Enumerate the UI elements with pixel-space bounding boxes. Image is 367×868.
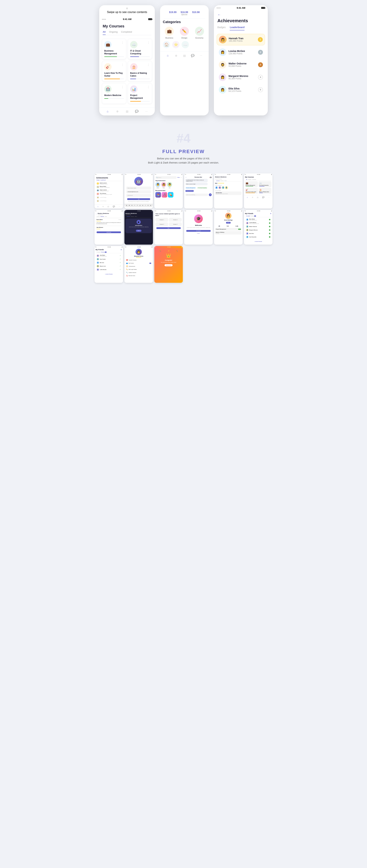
search-input[interactable]: 🔍 Search...: [156, 176, 176, 179]
category-business[interactable]: 💼 Business: [163, 27, 176, 39]
course-more-icon[interactable]: ⋮: [147, 85, 150, 89]
nav-chat-icon-2[interactable]: 💬: [191, 54, 195, 58]
nimasha-avatar: 👩: [136, 249, 142, 255]
add-icon[interactable]: ✓: [120, 255, 121, 256]
course-card[interactable]: 💼 ⋮ Business Management: [102, 39, 126, 59]
leader-avatar-3: 🧔: [219, 61, 226, 69]
chat-input[interactable]: Ask me something...: [185, 193, 208, 196]
leader-rank-1: 1: [258, 37, 263, 42]
answer-1[interactable]: Answer 1: [156, 218, 168, 222]
preview-modern-medicine: ••••9:41 AM▮ Modern Medicine ⋮ Louisa Mc…: [214, 174, 243, 209]
answer-3[interactable]: Answer 3: [156, 222, 168, 226]
menu-achievements[interactable]: 🏆 Achievements: [125, 265, 152, 268]
course-tabs: All Ongoing Completed: [103, 31, 151, 35]
nav-home-icon-2[interactable]: ⌂: [166, 54, 170, 58]
checkmark-icon: [269, 233, 271, 234]
bottom-nav-2: ⌂ ⊕ ▤ 💬 ···: [160, 51, 209, 60]
preview-congrats: ••••9:41 AM▮ 🎊 ✨ 🎉 👑 Congrats! You achie…: [154, 246, 183, 283]
categories-phone: $19.99 $16.99 $20.99 $10.98 Categories 💼…: [160, 5, 209, 116]
join-button[interactable]: Join: [127, 198, 150, 200]
nav-more-icon[interactable]: ···: [145, 110, 148, 113]
menu-edit-login[interactable]: ✏️ Edit Login Details: [125, 268, 152, 271]
get-started-button[interactable]: Get Started: [186, 230, 210, 232]
send-button[interactable]: ➤: [209, 193, 211, 196]
login-link[interactable]: Log in: [185, 233, 211, 234]
course-more-icon[interactable]: ⋮: [147, 41, 150, 44]
next-button[interactable]: Next: [157, 227, 181, 229]
preview-friends-accepted: ••••9:41 AM▮ My Friends ⊕ Accepted Pendi…: [244, 210, 273, 245]
preview-my-courses: ••••9:41 AM▮ My Courses All Ongoing Comp…: [244, 174, 273, 209]
answer-2[interactable]: Answer 2: [169, 218, 182, 222]
tab-ongoing[interactable]: Ongoing: [109, 31, 118, 35]
nav-search-icon[interactable]: ⊕: [115, 110, 119, 113]
leader-rank-2: 2: [258, 50, 263, 55]
robot-avatar: 🤖: [134, 177, 143, 186]
menu-update-interests[interactable]: 🔧 Update Interests: [125, 271, 152, 274]
nav-more-icon-2[interactable]: ···: [199, 54, 203, 58]
course-option-3[interactable]: Modern Medicine: [186, 190, 194, 192]
course-more-icon[interactable]: ⋮: [121, 85, 124, 89]
tab-completed[interactable]: Completed: [121, 31, 132, 35]
menu-my-friends[interactable]: 👥 My Friends 20: [125, 262, 152, 265]
nav-home-icon[interactable]: ⌂: [106, 110, 110, 113]
course-card[interactable]: ☁️ ⋮ IT & Cloud Computing: [128, 39, 152, 59]
course-more-icon[interactable]: ⋮: [147, 63, 150, 66]
quiz-question: Your course related question goes in her…: [156, 213, 182, 217]
lecture-row[interactable]: Introduction About the course and overvi…: [215, 191, 242, 195]
invite-friends-link-2[interactable]: + Invite Friends: [105, 274, 113, 275]
email-field[interactable]: nimasha@mail.com: [126, 190, 151, 193]
nav-stats-icon[interactable]: ▤: [125, 110, 129, 113]
course-card[interactable]: 🎸 ⋮ Learn How To Play Guitar: [102, 61, 126, 82]
course-card[interactable]: 📊 ⋮ Project Management: [128, 83, 152, 104]
course-more-icon[interactable]: ⋮: [121, 63, 124, 66]
preview-revision-bot: ••••9:41 AM▮ ← Revision Bot 🤖 I am Revis…: [184, 174, 213, 209]
course-more-icon[interactable]: ⋮: [121, 41, 124, 44]
add-icon[interactable]: ✓: [120, 262, 121, 264]
menu-banned-users[interactable]: 🚫 Banned Users: [125, 275, 152, 277]
filter-button[interactable]: Filter: [177, 177, 180, 178]
leader-info-1: Hannah Tran 190,490 Points: [229, 37, 258, 42]
nav-search-icon-2[interactable]: ⊕: [174, 54, 178, 58]
preview-friends-pending: ••••9:41 AM▮ My Friends ⊕ Accepted Pendi…: [94, 246, 123, 283]
progress-fill: [130, 101, 141, 101]
achievements-header: ← Achievements Badges Leaderboard: [214, 10, 268, 32]
add-icon[interactable]: ✓: [120, 265, 121, 267]
course-title: Modern Medicine: [104, 94, 124, 97]
course-card[interactable]: 🏥 ⋮ Modern Medicine: [102, 83, 126, 104]
categories-row-2: 🏠 ⭐ ☁️: [163, 41, 206, 48]
course-title: Project Management: [130, 94, 150, 99]
menu-favorite-courses[interactable]: ❤️ Favorite Courses: [125, 259, 152, 261]
close-icon[interactable]: ✕: [180, 177, 182, 178]
invite-friends-link[interactable]: + Invite Friends: [254, 241, 262, 242]
password-field[interactable]: password: [126, 194, 151, 197]
course-card[interactable]: 🎂 ⋮ Basics of Baking Cakes: [128, 61, 152, 82]
category-design[interactable]: ✏️ Design: [178, 27, 191, 39]
add-icon[interactable]: ✓: [120, 269, 121, 270]
firstname-field[interactable]: first & last name: [126, 187, 151, 190]
leader-avatar-1: 👩: [219, 36, 227, 43]
leader-item-1: 👩 Hannah Tran 190,490 Points 1: [217, 34, 265, 45]
back-button[interactable]: ←: [217, 13, 264, 17]
back-icon[interactable]: ←: [185, 176, 187, 178]
instructor-name: Louisa McGee: [215, 179, 242, 180]
add-review-button[interactable]: Add Review: [96, 231, 121, 233]
preview-dark-medicine: ••••9:41 AM▮ Modern Medicine Louisa McGe…: [124, 210, 153, 245]
follow-button[interactable]: Follow: [226, 222, 231, 224]
awesome-button[interactable]: Awesome!: [165, 264, 173, 266]
add-icon[interactable]: ✓: [120, 258, 121, 260]
course-option-1[interactable]: Business Management: [186, 187, 196, 189]
tab-all[interactable]: All: [103, 31, 106, 35]
course-option-2[interactable]: IT & Cloud Computing: [197, 187, 207, 189]
categories-grid: 💼 Business ✏️ Design 📈 Economy: [163, 27, 206, 39]
leader-info-2: Louisa McGee 128,480 Points: [228, 50, 258, 55]
tab-leaderboard[interactable]: Leaderboard: [230, 26, 245, 30]
nav-stats-icon-2[interactable]: ▤: [182, 54, 186, 58]
leader-item-3: 🧔 Walter Osborne 93,898 Points 3: [217, 59, 265, 70]
tab-badges[interactable]: Badges: [217, 26, 226, 30]
start-button[interactable]: Start: [136, 230, 142, 232]
category-economy[interactable]: 📈 Economy: [193, 27, 206, 39]
nav-chat-icon[interactable]: 💬: [135, 110, 139, 113]
answer-4[interactable]: Answer 4: [169, 222, 182, 226]
leader-avatar-2: 👩: [219, 49, 226, 56]
progress-bar: [130, 79, 150, 79]
